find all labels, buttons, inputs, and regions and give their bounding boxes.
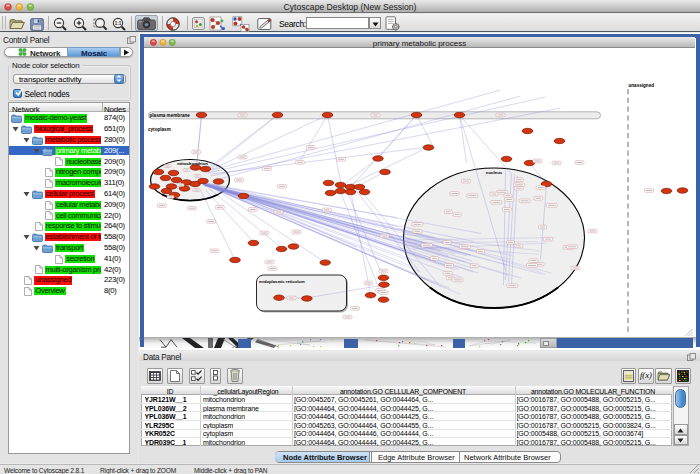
svg-text:mitochondrion: mitochondrion bbox=[177, 161, 208, 166]
svg-text:endoplasmic reticulum: endoplasmic reticulum bbox=[259, 279, 305, 284]
svg-text:unassigned: unassigned bbox=[628, 83, 654, 88]
svg-text:1:1: 1:1 bbox=[115, 21, 122, 26]
svg-text:nucleus: nucleus bbox=[485, 170, 502, 175]
svg-text:plasma membrane: plasma membrane bbox=[149, 113, 190, 118]
svg-text:cytoplasm: cytoplasm bbox=[148, 127, 171, 132]
